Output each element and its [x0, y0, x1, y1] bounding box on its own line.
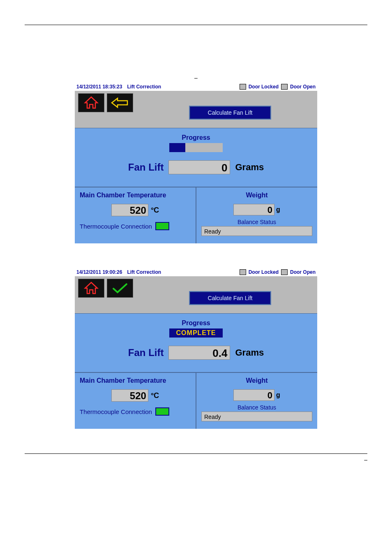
back-arrow-icon — [110, 97, 130, 109]
door-locked-indicator — [240, 269, 246, 275]
main-chamber-temp-unit: °C — [151, 206, 159, 215]
page-bottom-rule — [25, 453, 367, 454]
home-icon — [83, 281, 99, 295]
door-locked-indicator — [240, 84, 246, 90]
fan-lift-row: Fan Lift 0.4 Grams — [81, 346, 311, 360]
bottom-section: Main Chamber Temperature 520 °C Thermoco… — [75, 372, 317, 429]
weight-unit: g — [276, 391, 280, 399]
progress-label: Progress — [81, 319, 311, 327]
door-locked-label: Door Locked — [249, 84, 279, 90]
fan-lift-unit: Grams — [235, 347, 264, 358]
thermocouple-label: Thermocouple Connection — [80, 408, 152, 415]
progress-section: Progress Fan Lift 0 Grams — [75, 128, 317, 187]
progress-bar — [169, 143, 223, 152]
balance-status-label: Balance Status — [201, 404, 312, 411]
progress-complete-badge: COMPLETE — [169, 328, 223, 338]
fan-lift-label: Fan Lift — [128, 162, 164, 173]
progress-fill — [169, 143, 185, 152]
main-chamber-temp-label: Main Chamber Temperature — [80, 192, 191, 199]
progress-section: Progress COMPLETE Fan Lift 0.4 Grams — [75, 313, 317, 372]
thermocouple-indicator — [155, 407, 169, 416]
weight-value: 0 — [233, 204, 274, 215]
thermocouple-indicator — [155, 222, 169, 230]
hmi-panel-1: 14/12/2011 18:35:23 Lift Correction Door… — [75, 83, 317, 243]
main-chamber-temp-value: 520 — [111, 204, 148, 216]
status-bar: 14/12/2011 18:35:23 Lift Correction Door… — [75, 83, 317, 91]
hmi-panel-2: 14/12/2011 19:00:26 Lift Correction Door… — [75, 268, 317, 429]
balance-status-label: Balance Status — [201, 219, 312, 225]
balance-status-value: Ready — [201, 226, 312, 236]
check-icon — [110, 282, 130, 294]
fan-lift-row: Fan Lift 0 Grams — [81, 160, 311, 174]
toolbar: Calculate Fan Lift — [75, 91, 317, 128]
weight-label: Weight — [201, 192, 312, 199]
balance-status-value: Ready — [201, 412, 312, 421]
main-chamber-temp-label: Main Chamber Temperature — [80, 377, 191, 384]
weight-value: 0 — [233, 389, 274, 401]
status-bar: 14/12/2011 19:00:26 Lift Correction Door… — [75, 268, 317, 276]
door-locked-label: Door Locked — [249, 269, 279, 275]
thermocouple-label: Thermocouple Connection — [80, 223, 152, 230]
door-open-indicator — [281, 269, 288, 275]
confirm-button[interactable] — [107, 279, 133, 298]
page-top-rule — [25, 25, 367, 25]
calc-button-label: Calculate Fan Lift — [208, 109, 253, 116]
home-button[interactable] — [78, 279, 104, 298]
fan-lift-unit: Grams — [235, 162, 264, 173]
timestamp: 14/12/2011 19:00:26 — [76, 269, 122, 275]
calculate-fan-lift-button[interactable]: Calculate Fan Lift — [189, 106, 271, 120]
main-chamber-temp-unit: °C — [151, 391, 159, 400]
door-open-indicator — [281, 84, 288, 90]
screen-title: Lift Correction — [127, 269, 161, 275]
top-dash: – — [0, 74, 392, 81]
weight-unit: g — [276, 206, 280, 213]
back-button[interactable] — [107, 93, 133, 112]
progress-label: Progress — [81, 134, 311, 141]
calculate-fan-lift-button[interactable]: Calculate Fan Lift — [189, 291, 271, 305]
door-open-label: Door Open — [290, 269, 316, 275]
weight-label: Weight — [201, 377, 312, 384]
bottom-dash: – — [0, 456, 367, 463]
fan-lift-label: Fan Lift — [128, 347, 164, 358]
bottom-section: Main Chamber Temperature 520 °C Thermoco… — [75, 187, 317, 243]
door-open-label: Door Open — [290, 84, 316, 90]
home-button[interactable] — [78, 93, 104, 112]
screen-title: Lift Correction — [127, 84, 161, 90]
fan-lift-value: 0.4 — [168, 346, 230, 360]
main-chamber-temp-value: 520 — [111, 389, 148, 402]
calc-button-label: Calculate Fan Lift — [208, 295, 253, 301]
fan-lift-value: 0 — [168, 160, 230, 174]
timestamp: 14/12/2011 18:35:23 — [76, 84, 122, 90]
home-icon — [83, 96, 99, 110]
toolbar: Calculate Fan Lift — [75, 276, 317, 313]
